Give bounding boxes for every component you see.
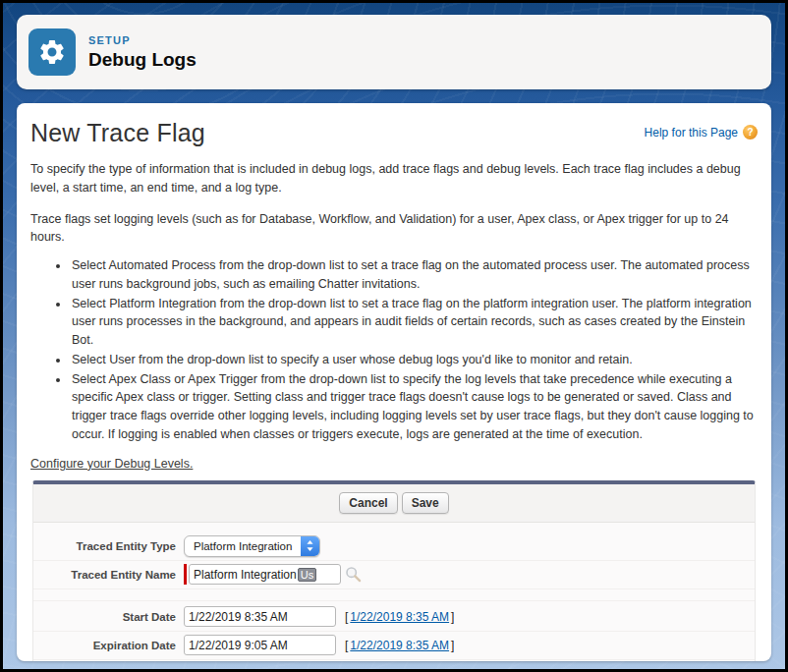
start-date-now-link[interactable]: 1/22/2019 8:35 AM [350, 610, 449, 624]
debug-level-row: Debug Level New Debug Level [33, 660, 755, 662]
input-text: Platform Integration [194, 568, 297, 582]
lookup-icon-disabled [345, 566, 362, 583]
row-spacer [33, 589, 755, 601]
select-stepper-icon [301, 536, 319, 556]
start-date-input[interactable] [184, 606, 336, 627]
instruction-bullet: Select User from the drop-down list to s… [70, 351, 758, 369]
cancel-button[interactable]: Cancel [339, 492, 397, 514]
app-page-title: Debug Logs [88, 49, 197, 71]
expiration-date-row: Expiration Date [ 1/22/2019 8:35 AM ] [33, 632, 755, 660]
traced-entity-type-row: Traced Entity Type Platform Integration [33, 532, 755, 561]
start-date-label: Start Date [33, 611, 184, 623]
traced-entity-type-select[interactable]: Platform Integration [184, 535, 320, 557]
expiration-date-now-link[interactable]: 1/22/2019 8:35 AM [350, 639, 449, 652]
bracket-open: [ [345, 610, 348, 624]
selected-text-fragment: Us [298, 568, 316, 582]
traced-entity-name-input[interactable]: Platform Integration Us [189, 564, 341, 585]
page-title: New Trace Flag [30, 119, 205, 147]
setup-gear-tile [28, 28, 76, 76]
window: SETUP Debug Logs New Trace Flag Help for… [0, 0, 788, 672]
title-row: New Trace Flag Help for this Page ? [27, 115, 761, 147]
intro-paragraph-1: To specify the type of information that … [30, 160, 758, 197]
main-card: New Trace Flag Help for this Page ? To s… [17, 103, 771, 661]
expiration-date-input[interactable] [184, 635, 336, 655]
trace-flag-form: Cancel Save Traced Entity Type Platform … [32, 480, 756, 662]
bracket-close: ] [451, 639, 454, 652]
save-button[interactable]: Save [402, 492, 449, 514]
instruction-bullet: Select Apex Class or Apex Trigger from t… [70, 370, 758, 444]
setup-header-text: SETUP Debug Logs [88, 34, 197, 71]
bracket-open: [ [345, 639, 348, 652]
help-for-this-page-link[interactable]: Help for this Page [645, 126, 738, 140]
form-rows: Traced Entity Type Platform Integration … [33, 523, 755, 662]
intro-paragraph-2: Trace flags set logging levels (such as … [30, 210, 758, 248]
form-buttons-top: Cancel Save [33, 484, 755, 523]
traced-entity-name-label: Traced Entity Name [33, 569, 184, 581]
help-area: Help for this Page ? [645, 125, 758, 140]
instruction-list: Select Automated Process from the drop-d… [70, 256, 758, 444]
required-indicator [184, 564, 187, 585]
selected-option-label: Platform Integration [185, 536, 301, 556]
start-date-row: Start Date [ 1/22/2019 8:35 AM ] [33, 603, 755, 632]
bracket-close: ] [451, 610, 454, 624]
help-question-icon[interactable]: ? [743, 125, 758, 140]
gear-icon [37, 37, 67, 67]
configure-debug-levels-link[interactable]: Configure your Debug Levels. [30, 457, 193, 471]
traced-entity-name-row: Traced Entity Name Platform Integration … [33, 561, 755, 589]
instruction-bullet: Select Platform Integration from the dro… [70, 295, 758, 350]
setup-breadcrumb: SETUP [88, 34, 197, 46]
expiration-date-label: Expiration Date [33, 640, 184, 651]
setup-header: SETUP Debug Logs [17, 15, 771, 89]
instruction-bullet: Select Automated Process from the drop-d… [70, 256, 758, 294]
traced-entity-type-label: Traced Entity Type [33, 540, 184, 552]
